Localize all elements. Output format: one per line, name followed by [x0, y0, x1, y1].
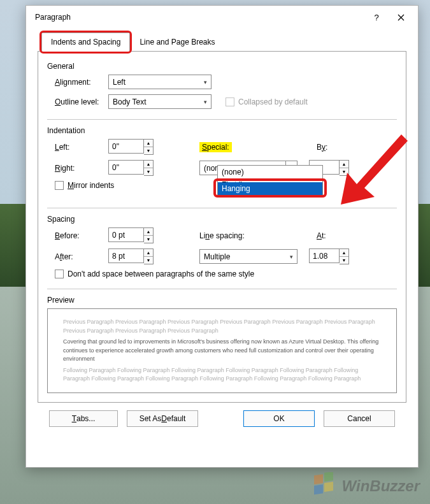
spin-down-icon[interactable]: ▼: [144, 257, 153, 264]
dd-option-hanging[interactable]: Hanging: [218, 182, 322, 195]
linespacing-combo[interactable]: Multiple▾: [199, 249, 297, 264]
mirror-label: Mirror indents: [68, 181, 114, 190]
section-general: General: [47, 62, 397, 71]
ok-button[interactable]: OK: [243, 410, 315, 427]
preview-sample: Covering that ground led to improvements…: [63, 338, 381, 364]
before-label: Before:: [47, 231, 108, 240]
preview-before: Previous Paragraph Previous Paragraph Pr…: [63, 318, 381, 335]
spin-up-icon[interactable]: ▲: [144, 140, 153, 147]
after-spinner[interactable]: 8 pt ▲▼: [108, 248, 154, 264]
help-button[interactable]: ?: [364, 8, 389, 27]
chevron-down-icon: ▾: [290, 254, 293, 260]
svg-rect-1: [314, 474, 323, 484]
chevron-down-icon: ▾: [204, 99, 207, 105]
svg-rect-2: [324, 472, 333, 482]
special-label: Special:: [199, 142, 276, 152]
dd-option-none[interactable]: (none): [218, 166, 322, 178]
button-bar: Tabs... Set As Default OK Cancel: [38, 403, 406, 435]
spin-down-icon[interactable]: ▼: [340, 168, 348, 176]
at-label: At:: [317, 231, 368, 240]
alignment-label: Alignment:: [47, 78, 108, 87]
preview-box: Previous Paragraph Previous Paragraph Pr…: [47, 308, 397, 393]
titlebar: Paragraph ?: [26, 6, 418, 29]
svg-rect-3: [314, 484, 323, 494]
linespacing-label: Line spacing:: [199, 231, 276, 240]
spin-down-icon[interactable]: ▼: [144, 236, 153, 243]
paragraph-dialog: Paragraph ? Indents and Spacing Line and…: [25, 5, 419, 468]
section-indentation: Indentation: [47, 119, 397, 135]
left-label: Left:: [47, 143, 108, 152]
logo-icon: [310, 472, 338, 500]
spin-down-icon[interactable]: ▼: [144, 168, 153, 176]
cancel-button[interactable]: Cancel: [324, 410, 395, 427]
collapsed-checkbox: [226, 97, 234, 106]
outline-label: Outline level:: [47, 97, 108, 106]
spin-up-icon[interactable]: ▲: [340, 161, 348, 168]
watermark: WinBuzzer: [310, 472, 420, 500]
preview-after: Following Paragraph Following Paragraph …: [63, 366, 381, 384]
tab-indents-spacing[interactable]: Indents and Spacing: [41, 32, 130, 52]
watermark-text: WinBuzzer: [342, 477, 420, 495]
tabstrip: Indents and Spacing Line and Page Breaks: [38, 32, 406, 52]
section-spacing: Spacing: [47, 208, 397, 224]
dialog-title: Paragraph: [35, 13, 364, 22]
after-label: After:: [47, 252, 108, 261]
chevron-down-icon: ▾: [204, 79, 207, 85]
special-dropdown-list: (none) First line Hanging: [217, 165, 323, 196]
spin-up-icon[interactable]: ▲: [144, 249, 153, 257]
svg-rect-4: [324, 482, 333, 492]
spin-down-icon[interactable]: ▼: [144, 147, 153, 155]
spin-up-icon[interactable]: ▲: [144, 161, 153, 168]
mirror-checkbox[interactable]: [55, 181, 64, 190]
collapsed-label: Collapsed by default: [238, 97, 308, 106]
right-spinner[interactable]: 0" ▲▼: [108, 160, 154, 176]
at-spinner[interactable]: 1.08 ▲▼: [309, 248, 349, 264]
left-spinner[interactable]: 0" ▲▼: [108, 139, 154, 155]
spin-down-icon[interactable]: ▼: [340, 257, 348, 264]
noadd-label: Don't add space between paragraphs of th…: [68, 270, 254, 278]
right-label: Right:: [47, 164, 108, 173]
default-button[interactable]: Set As Default: [127, 410, 198, 427]
noadd-checkbox[interactable]: [55, 270, 64, 278]
by-label: By:: [317, 143, 368, 152]
alignment-combo[interactable]: Left▾: [108, 75, 211, 89]
before-spinner[interactable]: 0 pt ▲▼: [108, 227, 154, 243]
tab-pane: General Alignment: Left▾ Outline level: …: [38, 51, 406, 403]
spin-up-icon[interactable]: ▲: [144, 228, 153, 236]
tab-line-breaks[interactable]: Line and Page Breaks: [130, 32, 224, 52]
spin-up-icon[interactable]: ▲: [340, 249, 348, 257]
tabs-button[interactable]: Tabs...: [49, 410, 118, 427]
outline-combo[interactable]: Body Text▾: [108, 94, 211, 109]
section-preview: Preview: [47, 289, 397, 305]
close-button[interactable]: [389, 8, 413, 27]
